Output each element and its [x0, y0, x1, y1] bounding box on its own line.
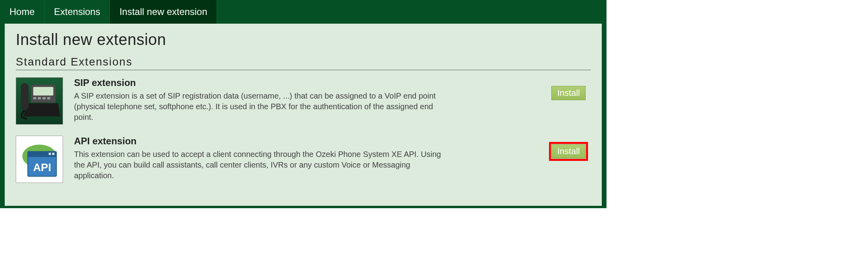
extension-body: API extension This extension can be used…	[74, 136, 540, 181]
api-window-icon: API	[16, 136, 63, 183]
content-panel: Install new extension Standard Extension…	[5, 24, 602, 206]
nav-tab-home[interactable]: Home	[0, 0, 45, 24]
sip-phone-icon	[16, 77, 63, 125]
svg-rect-2	[33, 97, 36, 99]
svg-text:API: API	[33, 161, 51, 173]
svg-rect-11	[52, 153, 54, 155]
nav-tab-install-new[interactable]: Install new extension	[110, 0, 217, 24]
svg-rect-10	[49, 153, 51, 155]
top-nav: Home Extensions Install new extension	[0, 0, 606, 24]
svg-rect-4	[43, 97, 46, 99]
svg-rect-3	[38, 97, 41, 99]
extension-action: Install	[551, 77, 591, 100]
extension-title: API extension	[74, 136, 540, 147]
svg-rect-5	[47, 97, 50, 99]
extension-row-api: API API extension This extension can be …	[16, 136, 591, 183]
section-title: Standard Extensions	[16, 56, 591, 68]
svg-rect-9	[28, 151, 57, 157]
page-title: Install new extension	[16, 31, 591, 48]
extension-body: SIP extension A SIP extension is a set o…	[74, 77, 540, 123]
extension-action: Install	[551, 136, 591, 159]
install-button-sip[interactable]: Install	[551, 86, 586, 100]
extension-description: A SIP extension is a set of SIP registra…	[74, 91, 448, 123]
api-extension-icon: API	[16, 136, 63, 183]
svg-rect-1	[33, 87, 53, 96]
section-divider	[16, 70, 591, 70]
extension-row-sip: SIP extension A SIP extension is a set o…	[16, 77, 591, 125]
extension-description: This extension can be used to accept a c…	[74, 149, 448, 181]
install-button-api[interactable]: Install	[551, 144, 586, 159]
svg-rect-6	[21, 83, 29, 110]
nav-tab-extensions[interactable]: Extensions	[45, 0, 110, 24]
extension-title: SIP extension	[74, 77, 540, 88]
desk-phone-icon	[16, 78, 63, 124]
